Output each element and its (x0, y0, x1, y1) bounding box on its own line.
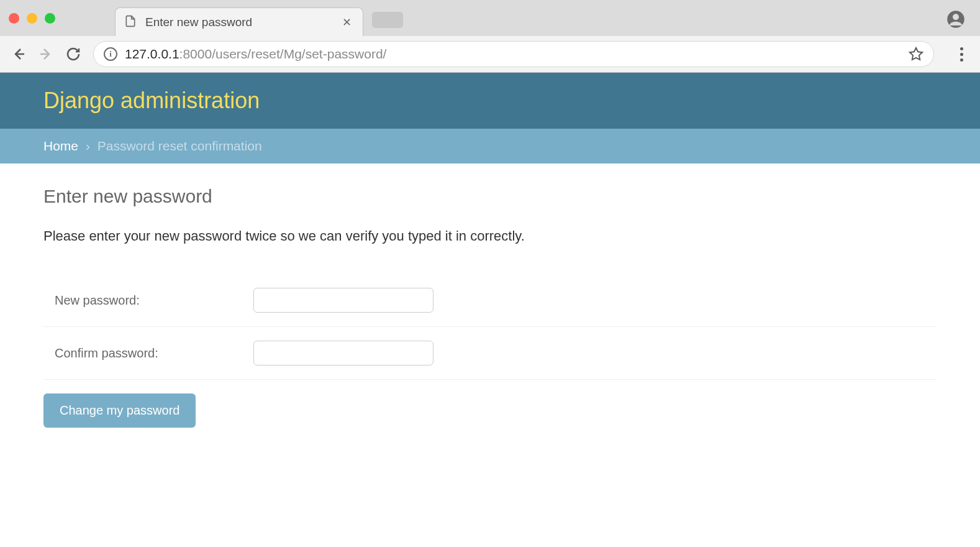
forward-button[interactable] (39, 47, 53, 62)
change-password-button[interactable]: Change my password (43, 393, 196, 428)
back-button[interactable] (11, 47, 26, 62)
breadcrumb-current: Password reset confirmation (98, 139, 262, 153)
close-tab-button[interactable]: ✕ (340, 16, 354, 29)
window-close-button[interactable] (9, 13, 19, 24)
svg-marker-4 (910, 48, 922, 60)
window-traffic-lights (9, 13, 55, 24)
instruction-text: Please enter your new password twice so … (43, 228, 937, 244)
main-content: Enter new password Please enter your new… (0, 163, 980, 450)
browser-menu-button[interactable] (954, 47, 969, 62)
address-bar[interactable]: i 127.0.0.1:8000/users/reset/Mg/set-pass… (93, 41, 934, 67)
submit-row: Change my password (43, 380, 937, 428)
tab-title: Enter new password (145, 16, 331, 29)
address-bar-row: i 127.0.0.1:8000/users/reset/Mg/set-pass… (0, 36, 980, 72)
url-text: 127.0.0.1:8000/users/reset/Mg/set-passwo… (125, 47, 901, 62)
bookmark-star-icon[interactable] (909, 47, 923, 62)
window-maximize-button[interactable] (45, 13, 55, 24)
svg-point-1 (953, 14, 959, 20)
breadcrumb: Home › Password reset confirmation (0, 129, 980, 163)
confirm-password-input[interactable] (253, 341, 433, 365)
tab-bar: Enter new password ✕ (0, 0, 980, 36)
site-info-icon[interactable]: i (104, 47, 117, 61)
confirm-password-label: Confirm password: (55, 346, 253, 361)
window-minimize-button[interactable] (27, 13, 37, 24)
profile-icon[interactable] (946, 10, 965, 29)
django-admin-header: Django administration (0, 73, 980, 129)
browser-tab[interactable]: Enter new password ✕ (115, 7, 363, 36)
reload-button[interactable] (66, 47, 81, 62)
confirm-password-row: Confirm password: (43, 327, 937, 380)
page-heading: Enter new password (43, 186, 937, 207)
breadcrumb-home-link[interactable]: Home (43, 139, 78, 153)
new-password-label: New password: (55, 293, 253, 308)
new-tab-button[interactable] (372, 12, 403, 28)
new-password-input[interactable] (253, 288, 433, 313)
new-password-row: New password: (43, 274, 937, 327)
browser-chrome: Enter new password ✕ i 127.0.0.1:8000/us… (0, 0, 980, 73)
breadcrumb-separator: › (86, 139, 90, 153)
site-title: Django administration (43, 88, 937, 114)
file-icon (124, 15, 137, 30)
